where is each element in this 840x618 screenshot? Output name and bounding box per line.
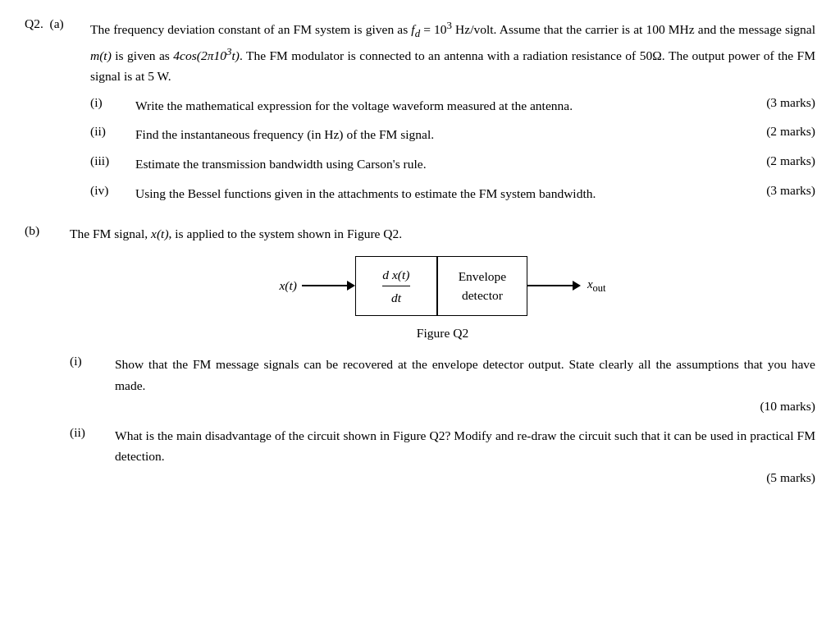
marks-b-ii: (5 marks) [115,467,815,488]
sub-part-b-ii: (ii) What is the main disadvantage of th… [70,425,815,488]
question-label: Q2. (a) [25,16,90,212]
sub-part-a-i: (i) Write the mathematical expression fo… [90,95,815,117]
sub-part-a-iii: (iii) Estimate the transmission bandwidt… [90,153,815,175]
sub-content-a-iv-wrap: Using the Bessel functions given in the … [135,183,815,204]
part-a-subparts: (i) Write the mathematical expression fo… [90,95,815,204]
sub-label-a-iii: (iii) [90,153,135,168]
fraction-numerator: d x(t) [382,265,409,286]
sub-label-a-iv: (iv) [90,183,135,198]
part-b-content: The FM signal, x(t), is applied to the s… [70,223,815,496]
marks-inline-a-iv: Using the Bessel functions given in the … [135,183,815,204]
sub-text-a-iii: Estimate the transmission bandwidth usin… [135,153,742,175]
envelope-detector-box: Envelopedetector [437,256,527,316]
line-output [527,285,573,286]
sub-text-a-iv: Using the Bessel functions given in the … [135,183,742,204]
marks-a-i: (3 marks) [742,95,815,110]
arrow-output [527,281,581,291]
output-signal-label: xout [587,277,606,295]
part-a-label: (a) [50,16,64,30]
sub-content-b-i-wrap: Show that the FM message signals can be … [115,354,815,417]
sub-content-a-ii-wrap: Find the instantaneous frequency (in Hz)… [135,124,815,145]
marks-a-ii: (2 marks) [742,124,815,139]
sub-part-a-iv: (iv) Using the Bessel functions given in… [90,183,815,204]
sub-content-b-ii-wrap: What is the main disadvantage of the cir… [115,425,815,488]
question-number: Q2. [25,16,43,30]
sub-text-a-i: Write the mathematical expression for th… [135,95,742,117]
part-b-label: (b) [25,223,70,238]
marks-b-i: (10 marks) [115,396,815,417]
marks-a-iv: (3 marks) [742,183,815,198]
figure-q2-container: x(t) d x(t) dt [70,256,815,341]
sub-label-a-ii: (ii) [90,124,135,139]
question-block: Q2. (a) The frequency deviation constant… [25,16,815,212]
arrow-input [302,281,355,291]
differentiator-box: d x(t) dt [355,256,437,317]
envelope-detector-label: Envelopedetector [459,269,507,302]
part-a-intro: The frequency deviation constant of an F… [90,16,815,87]
marks-a-iii: (2 marks) [742,153,815,168]
arrowhead-input [347,281,355,291]
arrowhead-output [573,281,581,291]
sub-content-a-i-wrap: Write the mathematical expression for th… [135,95,815,117]
sub-label-b-i: (i) [70,354,115,417]
marks-inline-a-iii: Estimate the transmission bandwidth usin… [135,153,815,175]
sub-part-a-ii: (ii) Find the instantaneous frequency (i… [90,124,815,145]
sub-content-a-iii-wrap: Estimate the transmission bandwidth usin… [135,153,815,175]
sub-label-a-i: (i) [90,95,135,110]
input-signal-label: x(t) [279,278,297,293]
box-fraction: d x(t) dt [371,265,422,308]
marks-inline-a-i: Write the mathematical expression for th… [135,95,815,117]
sub-label-b-ii: (ii) [70,425,115,488]
part-b-block: (b) The FM signal, x(t), is applied to t… [25,223,815,496]
marks-inline-a-ii: Find the instantaneous frequency (in Hz)… [135,124,815,145]
figure-caption: Figure Q2 [417,326,468,341]
sub-part-b-i: (i) Show that the FM message signals can… [70,354,815,417]
line-input [302,285,347,286]
figure-q2-diagram: x(t) d x(t) dt [279,256,605,317]
part-b-intro: The FM signal, x(t), is applied to the s… [70,223,815,245]
sub-text-a-ii: Find the instantaneous frequency (in Hz)… [135,124,742,145]
sub-text-b-i: Show that the FM message signals can be … [115,357,815,392]
sub-text-b-ii: What is the main disadvantage of the cir… [115,428,815,464]
part-a-content: The frequency deviation constant of an F… [90,16,815,212]
fraction-denominator: dt [391,288,401,307]
